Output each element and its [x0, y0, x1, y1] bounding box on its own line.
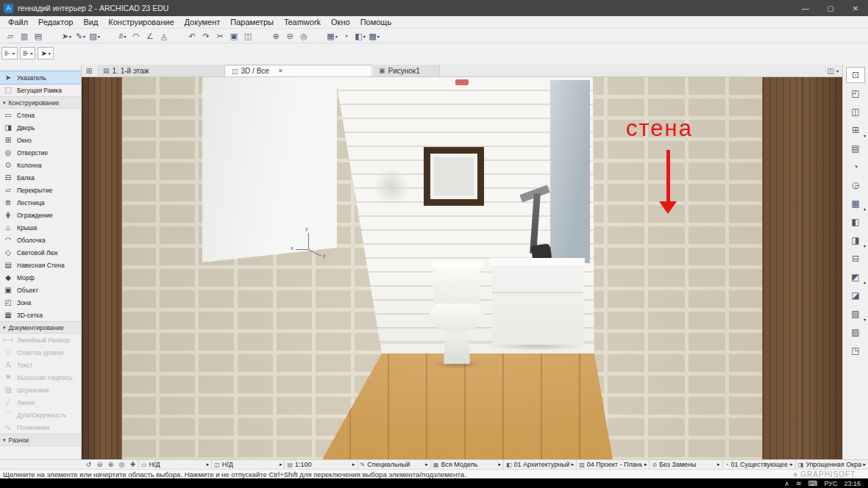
camera-view-icon[interactable]: ◫ [828, 67, 834, 75]
network-icon[interactable]: ≋ [796, 480, 802, 487]
3d-viewport[interactable]: z x y стена [82, 77, 842, 459]
toolbar-icon[interactable]: ▦ ▾ [325, 30, 339, 42]
statusbar-segment[interactable]: ▤ 1:100 ▸ [284, 460, 357, 469]
toilet-tank[interactable] [433, 265, 480, 304]
chevron-down-icon[interactable]: ▾ [836, 68, 839, 73]
toolbar-icon[interactable] [171, 30, 185, 42]
right-toolbar-icon[interactable]: ◫ [847, 104, 864, 119]
toolbox-tool[interactable]: ➤ Указатель [0, 71, 81, 84]
menu-item[interactable]: Teamwork [279, 18, 326, 26]
toolbox-tool[interactable]: ▦ 3D-сетка [0, 309, 81, 321]
toolbar-icon[interactable]: ✂ [213, 30, 227, 42]
statusbar-segment[interactable]: ◔ 01 Существующее с... ▸ [722, 460, 795, 469]
minimize-button[interactable]: — [793, 0, 818, 16]
toolbar-icon[interactable]: ▱ [4, 30, 18, 42]
pan-icon[interactable]: ✚ [127, 461, 138, 468]
toolbox-tool[interactable]: ▨ Штриховка [0, 384, 81, 396]
statusbar-segment[interactable]: ▭ Н/Д ▸ [138, 460, 211, 469]
toolbox-section-document[interactable]: ▾ Документирование [0, 321, 81, 334]
toolbar-icon[interactable]: ◧ ▾ [353, 30, 367, 42]
toolbox-tool[interactable]: ⊙ Колонна [0, 159, 81, 171]
right-toolbar-icon[interactable]: ▤ [847, 141, 864, 156]
window-element[interactable] [424, 147, 484, 206]
menu-item[interactable]: Редактор [33, 18, 78, 26]
toolbar-icon[interactable]: ⊖ [283, 30, 297, 42]
vanity-cabinet[interactable] [492, 265, 583, 345]
toolbox-tool[interactable]: ⌂ Крыша [0, 221, 81, 234]
right-toolbar-icon[interactable]: ◶ [847, 178, 864, 193]
tab-overview-icon[interactable]: ⊞ [82, 67, 96, 76]
toolbar-icon[interactable] [102, 30, 115, 42]
menu-item[interactable]: Параметры [225, 18, 279, 26]
orbit-icon[interactable]: ◎ [116, 461, 127, 468]
toilet-base[interactable] [444, 327, 470, 364]
toolbox-tool[interactable]: ▭ Стена [0, 109, 81, 121]
statusbar-segment[interactable]: ▦ Вся Модель ▸ [430, 460, 503, 469]
toolbox-tool[interactable]: ◠ Оболочка [0, 234, 81, 246]
selection-option-button[interactable]: ⊩ ▾ [1, 47, 18, 60]
right-toolbar-icon[interactable]: ▧ ▾ [847, 306, 864, 321]
toolbox-tool[interactable]: ⊞ Окно [0, 134, 81, 146]
toolbox-tool[interactable]: ◰ Зона [0, 296, 81, 309]
toolbar-icon[interactable]: ◬ [157, 30, 171, 42]
toolbar-icon[interactable]: ▣ [227, 30, 241, 42]
toolbar-icon[interactable]: ◔ [339, 30, 353, 42]
toolbox-tool[interactable]: ⚑ Выносная Надпись [0, 371, 81, 384]
right-toolbar-icon[interactable]: ◰ [847, 86, 864, 101]
toolbox-tool[interactable]: ⬚ Бегущая Рамка [0, 84, 81, 96]
toolbar-icon[interactable]: ✎ ▾ [74, 30, 88, 42]
toolbar-icon[interactable]: ⊕ [269, 30, 283, 42]
menu-item[interactable]: Помощь [355, 18, 397, 26]
toolbar-icon[interactable] [255, 30, 269, 42]
statusbar-segment[interactable]: ◧ 01 Архитектурный ... ▸ [503, 460, 576, 469]
tray-chevron-icon[interactable]: ∧ [784, 480, 789, 487]
toolbar-icon[interactable]: ▥ [18, 30, 32, 42]
toolbar-icon[interactable]: ◎ [297, 30, 311, 42]
toolbar-icon[interactable] [311, 30, 325, 42]
tab-close-icon[interactable]: ✕ [278, 68, 283, 74]
selection-option-button[interactable]: ➤ ▾ [38, 47, 53, 60]
tab-floor-plan[interactable]: ▤ 1. 1-й этаж [96, 65, 225, 76]
toolbox-tool[interactable]: ◎ Отверстие [0, 146, 81, 159]
toolbox-tool[interactable]: ▣ Объект [0, 284, 81, 296]
toolbox-tool[interactable]: ╱ Линия [0, 396, 81, 409]
toolbox-tool[interactable]: ⌒ Дуга/Окружность [0, 409, 81, 421]
toolbox-tool[interactable]: ⟷ Линейный Размер [0, 334, 81, 346]
toolbox-tool[interactable]: ▤ Навесная Стена [0, 259, 81, 271]
tab-3d-all[interactable]: ◫ 3D / Все ✕ [225, 65, 372, 76]
tab-drawing[interactable]: ▣ Рисунок1 [372, 65, 440, 76]
right-toolbar-icon[interactable]: ◔ [847, 159, 864, 174]
toolbar-icon[interactable]: # ▾ [115, 30, 129, 42]
toolbox-tool[interactable]: ◆ Морф [0, 271, 81, 284]
selection-option-button[interactable]: ⊪ ▾ [20, 47, 36, 60]
statusbar-segment[interactable]: ⊘ Без Замены ▸ [649, 460, 722, 469]
toolbox-section-misc[interactable]: ▾ Разное [0, 434, 81, 446]
toolbox-tool[interactable]: ◇ Световой Люк [0, 246, 81, 259]
toolbar-icon[interactable]: ∠ [143, 30, 157, 42]
statusbar-segment[interactable]: ◨ Упрощенная Окра... ▸ [795, 460, 868, 469]
toilet-bowl[interactable] [429, 299, 485, 331]
toolbar-icon[interactable]: ◫ [241, 30, 255, 42]
toolbox-tool[interactable]: ◨ Дверь [0, 121, 81, 134]
right-toolbar-icon[interactable]: ▨ [847, 325, 864, 340]
right-toolbar-icon[interactable]: ⊟ [847, 251, 864, 266]
zoom-out-icon[interactable]: ⊖ [94, 461, 105, 468]
right-toolbar-icon[interactable]: ▦ ▾ [847, 196, 864, 211]
toolbox-tool[interactable]: ≣ Лестница [0, 196, 81, 209]
wood-beam-left[interactable] [82, 77, 122, 459]
refresh-view-icon[interactable]: ↺ [83, 461, 94, 468]
toolbox-tool[interactable]: ∿ Полилиния [0, 421, 81, 434]
keyboard-icon[interactable]: ⌨ [808, 480, 817, 487]
toolbox-tool[interactable]: ▱ Перекрытие [0, 184, 81, 196]
toolbox-section-design[interactable]: ▾ Конструирование [0, 96, 81, 109]
toolbar-icon[interactable]: ▨ ▾ [88, 30, 102, 42]
toilet-tank-lid[interactable] [430, 260, 483, 268]
menu-item[interactable]: Вид [78, 18, 103, 26]
language-indicator[interactable]: РУС [824, 480, 837, 487]
mirror[interactable] [550, 80, 590, 263]
toolbox-tool[interactable]: ⋕ Ограждение [0, 209, 81, 221]
toolbar-icon[interactable]: ➤ ▾ [60, 30, 74, 42]
menu-item[interactable]: Конструирование [103, 18, 179, 26]
toolbar-icon[interactable]: ▩ ▾ [367, 30, 381, 42]
statusbar-segment[interactable]: ▨ 04 Проект - Планы ▸ [576, 460, 649, 469]
